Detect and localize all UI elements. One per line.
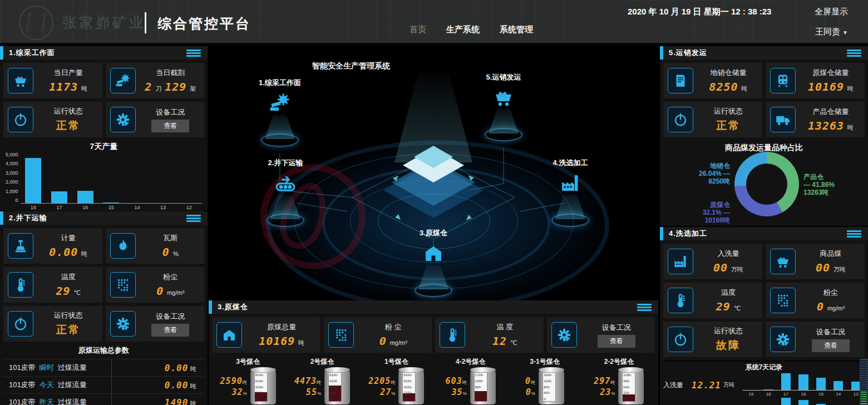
nav-item-2[interactable]: 生产系统 (446, 24, 480, 35)
metric-unit: ℃ (734, 305, 741, 312)
panel-raw-coal-bunker: 3.原煤仓 原煤总量10169吨粉 尘0mg/m³温 度12℃设备工况查看 3号… (209, 300, 658, 405)
scene-node-2[interactable]: 5.运销发运 (470, 72, 537, 141)
datetime-display: 2020 年 10 月 19 日 星期一 12 : 38 :23 (628, 7, 771, 17)
silo-gauges: 3号煤仓 2590吨 32% 8100-6100-4100-2100-0- 2号… (212, 356, 655, 404)
card-wash-input: 入洗量00万吨 (663, 244, 762, 279)
scale-icon (8, 233, 33, 259)
silo-ticks: 8100-6100-4100-2100-0- (329, 373, 338, 401)
panel-washing-header: 4.洗选加工 (660, 227, 868, 240)
silo-2号煤仓: 2号煤仓 4473吨 55% 8100-6100-4100-2100-0- (286, 356, 358, 404)
metric-value: 1173 (49, 80, 78, 93)
nav-item-3[interactable]: 系统管理 (500, 24, 533, 35)
silo-name: 2号煤仓 (310, 357, 334, 367)
card-run-status: 运行状态正常 (663, 102, 762, 137)
silo-name: 3号煤仓 (236, 357, 260, 367)
view-button[interactable]: 查看 (151, 120, 189, 132)
flow-value: 1490 (165, 397, 189, 405)
metric-value: 10169 (259, 334, 295, 348)
scene-title: 智能安全生产管理系统 (312, 61, 390, 71)
y-axis: 5,0004,0003,0002,0001,0000 (6, 152, 21, 203)
thermo-icon (668, 288, 693, 313)
scene-node-3[interactable]: 2.井下运输 (252, 158, 319, 227)
bar (77, 191, 93, 203)
scene-node-4[interactable]: 4.洗选加工 (537, 158, 604, 227)
menu-icon[interactable] (847, 229, 861, 239)
silo-cylinder: 8100-6100-4100-2100-0- (250, 369, 276, 404)
panel-title: 4.洗选加工 (669, 229, 707, 239)
period-tag: 瞬时 (40, 363, 54, 373)
card-product-coal: 商品煤00万吨 (766, 244, 865, 279)
menu-icon[interactable] (186, 48, 201, 58)
silo-pct: 35 (452, 387, 463, 397)
belt-name: 101皮带 (9, 363, 36, 373)
bunker-cards: 原煤总量10169吨粉 尘0mg/m³温 度12℃设备工况查看 (212, 317, 655, 353)
node-cone (270, 195, 300, 219)
card-run-status: 运行状态正常 (3, 102, 102, 137)
x-axis-labels: 19181716151413 (742, 391, 865, 397)
donut-title: 商品煤发运量品种占比 (663, 141, 865, 153)
metric-unit-2: 架 (190, 85, 196, 93)
silo-3-1号煤仓: 3-1号煤仓 0吨 0% 1600-1200-800-400-0- (509, 356, 580, 404)
fullscreen-button[interactable]: 全屏显示 (815, 7, 848, 17)
header-accent (0, 211, 3, 225)
bar (103, 202, 119, 203)
warehouse-icon (422, 241, 445, 267)
metric-unit: mg/m³ (827, 305, 845, 312)
metric-value: 13263 (808, 119, 844, 132)
card-run-status: 运行状态故障 (663, 322, 762, 357)
nav-item-1[interactable]: 首页 (410, 24, 426, 35)
record-row: 入洗量 12.21 万吨19181716151413 (663, 373, 865, 397)
card-label: 商品煤 (820, 249, 842, 259)
view-button[interactable]: 查看 (598, 335, 635, 348)
plot-area (21, 152, 202, 204)
card-temperature: 温度29℃ (3, 267, 102, 303)
pct-unit: % (391, 391, 395, 396)
panel-washing-processing: 4.洗选加工 入洗量00万吨商品煤00万吨温度29℃粉尘0mg/m³运行状态故障… (660, 227, 868, 405)
chevron-down-icon: ▼ (842, 29, 848, 36)
menu-icon[interactable] (637, 303, 652, 312)
record-row: 生产量 11.63 万吨19181716151413 (663, 398, 865, 405)
bar (798, 374, 808, 390)
pct-unit: % (317, 391, 321, 396)
silo-cylinder: 8100-6100-4100-2100-0- (324, 369, 350, 404)
table-title: 原煤运输总参数 (3, 342, 204, 359)
header-divider (145, 12, 146, 33)
dust-icon (770, 288, 796, 313)
pct-unit: % (611, 391, 615, 396)
scrollbar[interactable] (860, 359, 868, 405)
card-equipment: 设备工况查看 (106, 102, 205, 137)
power-icon (8, 107, 33, 132)
card-temperature: 温度29℃ (663, 283, 762, 318)
card-dust: 粉尘0mg/m³ (106, 267, 205, 303)
view-button[interactable]: 查看 (812, 339, 850, 352)
user-menu[interactable]: 王同贵▼ (815, 27, 848, 37)
bar (834, 381, 843, 390)
silo-tons: 2590 (220, 376, 243, 386)
donut-chart (734, 152, 799, 216)
card-label: 运行状态 (54, 106, 83, 116)
scene-node-5[interactable]: 3.原煤仓 (400, 228, 467, 297)
main-nav: 首页生产系统系统管理 (410, 24, 533, 35)
card-equipment: 设备工况查看 (766, 322, 865, 357)
top-header: 张家峁矿业 综合管控平台 首页生产系统系统管理 2020 年 10 月 19 日… (0, 0, 868, 45)
tons-unit: 吨 (462, 380, 467, 385)
menu-icon[interactable] (847, 48, 861, 58)
scene-node-1[interactable]: 1.综采工作面 (246, 78, 313, 147)
flow-unit: 吨 (190, 383, 196, 389)
shipment-share-donut: 商品煤发运量品种占比 地销仓26.04% —8250吨原煤仓32.1% —101… (663, 141, 865, 225)
menu-icon[interactable] (186, 214, 201, 223)
node-label: 2.井下运输 (268, 158, 303, 168)
x-axis-labels: 18171615141312 (21, 204, 202, 210)
card-equipment: 设备工况查看 (106, 306, 205, 342)
node-cone (265, 115, 295, 139)
silo-cylinder: 1280-960-640-320-0- (618, 369, 644, 404)
flow-unit: 吨 (190, 400, 196, 405)
node-cone (418, 265, 448, 289)
status-value: 正常 (56, 323, 81, 337)
silo-ticks: 8100-6100-4100-2100-0- (403, 373, 412, 401)
card-equipment: 设备工况查看 (547, 317, 655, 353)
flow-value: 0.00 (165, 363, 189, 373)
thermo-icon (440, 322, 465, 348)
panel-title: 1.综采工作面 (9, 48, 55, 58)
view-button[interactable]: 查看 (151, 324, 189, 337)
